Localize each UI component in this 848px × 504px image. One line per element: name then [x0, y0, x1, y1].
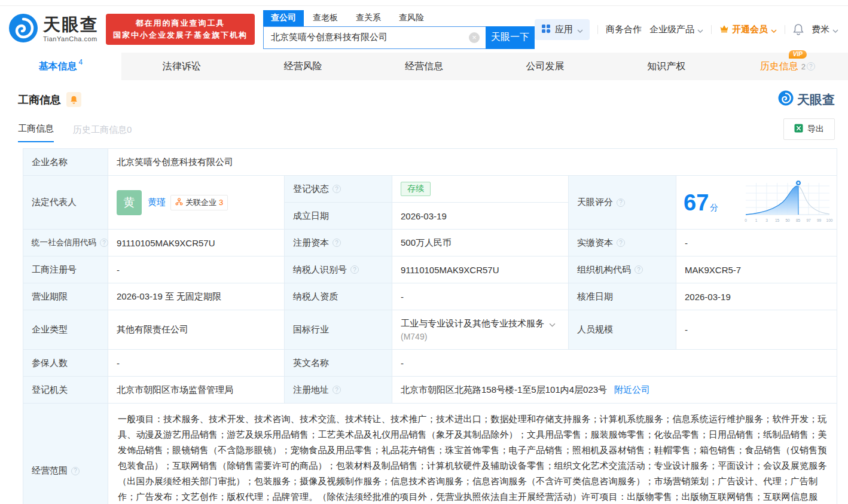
row-reg-number: 工商注册号 - 纳税人识别号 ? 91110105MAK9XCR57U 组织机构…	[23, 256, 837, 283]
legal-rep-label: 法定代表人	[23, 176, 108, 230]
nav-divider	[785, 25, 785, 34]
company-type-value: 其他有限责任公司	[108, 310, 285, 350]
search-tab-boss[interactable]: 查老板	[304, 10, 347, 26]
search-tab-relation[interactable]: 查关系	[347, 10, 390, 26]
related-companies-count: 3	[219, 198, 223, 207]
company-tabbar: 基本信息 4 法律诉讼 经营风险 经营信息 公司发展 知识产权 VIP 历史信息…	[0, 53, 848, 80]
score-unit: 分	[710, 203, 718, 213]
taxpayer-no-value: 91110105MAK9XCR57U	[392, 256, 569, 283]
monitor-bell-icon[interactable]	[66, 92, 81, 107]
insured-count-value: -	[108, 350, 285, 377]
vip-badge: VIP	[789, 50, 807, 59]
nav-divider	[711, 25, 712, 34]
help-icon[interactable]: ?	[807, 62, 815, 71]
excel-icon	[794, 124, 803, 135]
chevron-down-icon	[771, 25, 777, 35]
credit-code-value: 91110105MAK9XCR57U	[108, 230, 285, 256]
nav-enterprise-label: 企业级产品	[649, 24, 694, 35]
tyc-logo[interactable]: 天眼查 TianYanCha.com	[8, 13, 99, 45]
svg-text:1: 1	[755, 218, 758, 222]
org-code-label: 组织机构代码 ?	[569, 256, 676, 283]
help-icon[interactable]: ?	[71, 467, 80, 475]
org-code-value: MAK9XCR5-7	[676, 256, 837, 283]
industry-label: 国标行业	[285, 310, 392, 350]
brand-domain: TianYanCha.com	[43, 35, 99, 42]
reg-address-value: 北京市朝阳区北苑路158号楼-1至5层101内4层023号 附近公司	[392, 377, 837, 404]
tab-company-development[interactable]: 公司发展	[484, 53, 606, 80]
tyc-score-value: 67 分	[676, 176, 837, 230]
tab-intellectual-property-label: 知识产权	[647, 60, 685, 73]
legal-rep-name-link[interactable]: 黄瑾	[148, 197, 166, 208]
staff-size-value: -	[676, 310, 837, 350]
search-tab-company[interactable]: 查公司	[263, 10, 304, 26]
related-companies-label: 关联企业	[185, 197, 216, 208]
company-type-label: 企业类型	[23, 310, 108, 350]
section-header: 工商信息 天眼查	[0, 80, 848, 109]
tab-operation-info[interactable]: 经营信息	[364, 53, 485, 80]
subtab-history-business-info[interactable]: 历史工商信息0	[73, 124, 132, 142]
subtab-row: 工商信息 历史工商信息0 导出	[18, 118, 835, 142]
help-icon[interactable]: ?	[100, 239, 108, 247]
tab-basic-info[interactable]: 基本信息 4	[0, 53, 121, 80]
row-credit-code: 统一社会信用代码 ? 91110105MAK9XCR57U 注册资本 ? 500…	[23, 230, 837, 256]
nav-apps[interactable]: 应用	[535, 19, 590, 40]
reg-authority-value: 北京市朝阳区市场监督管理局	[108, 377, 285, 404]
notification-bell-icon[interactable]	[793, 23, 804, 35]
search-input[interactable]	[264, 32, 486, 42]
paid-capital-label: 实缴资本 ?	[569, 230, 676, 256]
tab-history-info[interactable]: VIP 历史信息 2 ?	[727, 53, 848, 80]
slogan-line1: 都在用的商业查询工具	[113, 17, 248, 29]
svg-text:100: 100	[826, 218, 833, 222]
help-icon[interactable]: ?	[333, 185, 341, 193]
row-reg-authority: 登记机关 北京市朝阳区市场监督管理局 注册地址 ? 北京市朝阳区北苑路158号楼…	[23, 377, 837, 404]
tyc-watermark-text: 天眼查	[797, 91, 835, 108]
help-icon[interactable]: ?	[635, 265, 643, 274]
search-tab-risk[interactable]: 查风险	[390, 10, 433, 26]
chevron-down-icon	[697, 25, 703, 35]
related-companies-badge[interactable]: 关联企业 3	[170, 195, 228, 210]
company-name-label: 企业名称	[23, 149, 108, 176]
site-header: 天眼查 TianYanCha.com 都在用的商业查询工具 国家中小企业发展子基…	[0, 6, 848, 53]
search-tabs: 查公司 查老板 查关系 查风险	[263, 10, 535, 26]
search-button[interactable]: 天眼一下	[486, 26, 535, 49]
nav-enterprise[interactable]: 企业级产品	[649, 24, 703, 35]
approved-date-label: 核准日期	[569, 283, 676, 310]
clear-icon[interactable]: ×	[469, 32, 480, 43]
business-term-label: 营业期限	[23, 283, 108, 310]
reg-number-label: 工商注册号	[23, 256, 108, 283]
nav-user[interactable]: 费米	[812, 24, 838, 35]
help-icon[interactable]: ?	[333, 239, 341, 247]
industry-value: 工业与专业设计及其他专业技术服务 (M749)	[392, 310, 569, 350]
row-business-term: 营业期限 2026-03-19 至 无固定期限 纳税人资质 - 核准日期 202…	[23, 283, 837, 310]
industry-expand[interactable]: 工业与专业设计及其他专业技术服务	[401, 318, 556, 329]
org-chart-icon	[175, 198, 183, 207]
tab-legal[interactable]: 法律诉讼	[121, 53, 243, 80]
legal-rep-avatar[interactable]: 黄	[117, 190, 142, 215]
row-business-scope: 经营范围 ? 一般项目：技术服务、技术开发、技术咨询、技术交流、技术转让、技术推…	[23, 404, 837, 504]
nav-vip[interactable]: 开通会员	[719, 24, 777, 35]
tab-operation-risk-label: 经营风险	[283, 60, 322, 73]
reg-address-text: 北京市朝阳区北苑路158号楼-1至5层101内4层023号	[401, 384, 607, 396]
help-icon[interactable]: ?	[617, 239, 625, 247]
insured-count-label: 参保人数	[23, 350, 108, 377]
nav-vip-label: 开通会员	[732, 24, 768, 35]
slogan-line2: 国家中小企业发展子基金旗下机构	[113, 29, 248, 41]
subtab-business-info[interactable]: 工商信息	[18, 123, 54, 142]
export-button[interactable]: 导出	[783, 118, 835, 140]
nav-cooperation[interactable]: 商务合作	[606, 24, 642, 35]
help-icon[interactable]: ?	[333, 386, 341, 394]
chevron-down-icon	[577, 25, 583, 35]
tab-operation-risk[interactable]: 经营风险	[242, 53, 364, 80]
english-name-label: 英文名称	[285, 350, 392, 377]
credit-code-label: 统一社会信用代码 ?	[23, 230, 108, 256]
top-nav: 应用 商务合作 企业级产品 开通会员 费米	[535, 19, 838, 40]
help-icon[interactable]: ?	[350, 265, 359, 274]
tab-company-development-label: 公司发展	[526, 60, 565, 73]
help-icon[interactable]: ?	[617, 198, 625, 207]
crown-icon	[719, 25, 729, 35]
search-block: 查公司 查老板 查关系 查风险 × 天眼一下	[263, 10, 535, 49]
nearby-companies-link[interactable]: 附近公司	[614, 384, 650, 396]
tab-intellectual-property[interactable]: 知识产权	[606, 53, 727, 80]
tyc-watermark-icon	[778, 90, 794, 109]
nav-apps-label: 应用	[555, 24, 573, 35]
